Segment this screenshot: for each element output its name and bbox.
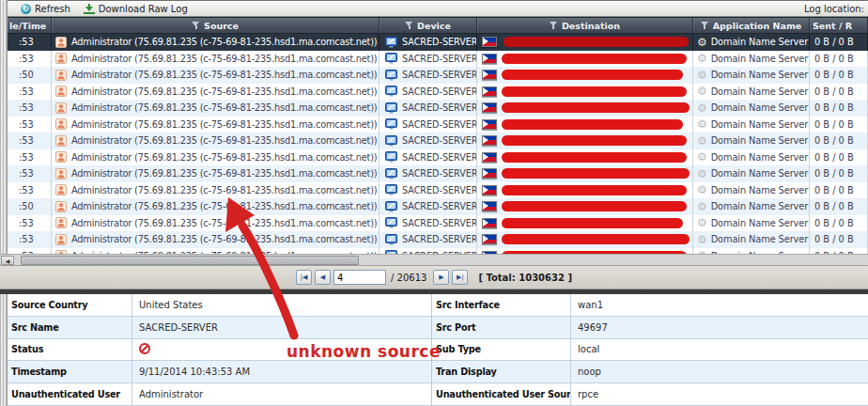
- detail-label: Src Interface: [432, 294, 571, 316]
- device-cell: SACRED-SERVER: [380, 133, 477, 149]
- last-page-button[interactable]: ▶|: [452, 270, 468, 285]
- sent-cell: 0 B / 0 B: [810, 117, 868, 133]
- redaction-scribble: [502, 135, 687, 146]
- download-icon: [84, 4, 95, 14]
- sent-cell: 0 B / 0 B: [810, 133, 868, 149]
- filter-icon[interactable]: [701, 22, 709, 29]
- blocked-status-icon: [139, 343, 150, 354]
- application-cell: ⚙ Domain Name Server: [693, 231, 810, 248]
- log-row[interactable]: :50 Administrator (75.69.81.235 (c-75-69…: [8, 198, 868, 215]
- device-icon: [385, 53, 397, 64]
- device-icon: [385, 184, 397, 195]
- refresh-button[interactable]: ↻ Refresh: [21, 4, 70, 14]
- detail-value: local: [571, 344, 868, 354]
- gear-icon: ⚙: [697, 53, 707, 64]
- download-raw-log-button[interactable]: Download Raw Log: [84, 4, 188, 14]
- device-icon: [385, 217, 397, 228]
- detail-row: Unauthenticated User Source rpce: [432, 383, 868, 406]
- redaction-scribble: [502, 86, 687, 97]
- device-cell: SACRED-SERVER: [380, 231, 477, 248]
- log-row[interactable]: :53 Administrator (75.69.81.235 (c-75-69…: [8, 149, 868, 166]
- detail-label: Unauthenticated User: [8, 383, 132, 405]
- philippines-flag-icon: [482, 234, 497, 244]
- application-cell: ⚙ Domain Name Server: [693, 198, 810, 215]
- time-cell: :53: [8, 84, 52, 101]
- redaction-scribble: [502, 201, 687, 211]
- page-count-label: / 20613: [391, 273, 426, 283]
- destination-cell: [477, 100, 693, 117]
- philippines-flag-icon: [482, 70, 497, 80]
- source-cell: Administrator (75.69.81.235 (c-75-69-81-…: [52, 198, 380, 215]
- scrollbar-thumb[interactable]: [21, 256, 359, 265]
- sent-cell: 0 B / 0 B: [810, 165, 868, 182]
- redaction-scribble: [502, 54, 687, 64]
- philippines-flag-icon: [482, 168, 497, 179]
- filter-icon[interactable]: [192, 22, 200, 29]
- gear-icon: ⚙: [697, 217, 707, 228]
- total-records-label: [ Total: 1030632 ]: [478, 273, 572, 283]
- application-cell: ⚙ Domain Name Server: [693, 117, 810, 133]
- detail-label: Src Port: [432, 317, 571, 338]
- device-cell: SACRED-SERVER: [380, 149, 477, 166]
- next-page-button[interactable]: ▶: [433, 270, 449, 285]
- application-cell: ⚙ Domain Name Server: [693, 165, 810, 182]
- log-row[interactable]: :53 Administrator (75.69.81.235 (c-75-69…: [8, 100, 868, 117]
- time-cell: :50: [8, 67, 52, 84]
- device-icon: [385, 234, 397, 245]
- column-header-datetime[interactable]: le/Time: [8, 18, 52, 33]
- horizontal-scrollbar[interactable]: ◀: [0, 254, 868, 266]
- sent-cell: 0 B / 0 B: [810, 198, 868, 215]
- application-cell: ⚙ Domain Name Server: [693, 84, 810, 101]
- user-icon: [55, 86, 67, 97]
- detail-value: Administrator: [132, 389, 431, 399]
- user-icon: [55, 135, 67, 147]
- column-header-sent-received[interactable]: Sent / R: [810, 18, 868, 33]
- device-icon: [385, 70, 397, 81]
- column-header-destination[interactable]: Destination: [477, 18, 693, 33]
- philippines-flag-icon: [482, 218, 497, 228]
- gear-icon: ⚙: [697, 151, 707, 163]
- grid-header: le/Time Source Device Destination Applic…: [8, 17, 868, 34]
- filter-icon[interactable]: [405, 22, 413, 29]
- detail-value: SACRED-SERVER: [132, 322, 431, 333]
- device-cell: SACRED-SERVER: [380, 67, 477, 84]
- log-row[interactable]: :53 Administrator (75.69.81.235 (c-75-69…: [8, 133, 868, 149]
- log-row[interactable]: :50 Administrator (75.69.81.235 (c-75-69…: [8, 67, 868, 84]
- user-icon: [55, 234, 67, 245]
- detail-label: Status: [8, 339, 132, 361]
- log-viewer-window: ↻ Refresh Download Raw Log Log location:…: [0, 0, 868, 406]
- log-row[interactable]: :53 Administrator (75.69.81.235 (c-75-69…: [8, 182, 868, 199]
- log-row[interactable]: :53 Administrator (75.69.81.235 (c-75-69…: [8, 84, 868, 101]
- log-table-body: :53 Administrator (75.69.81.235 (c-75-69…: [8, 34, 868, 254]
- application-cell: ⚙ Domain Name Server: [693, 67, 810, 84]
- user-icon: [55, 217, 67, 228]
- page-number-input[interactable]: [333, 270, 386, 285]
- redaction-scribble: [504, 37, 689, 47]
- filter-icon[interactable]: [550, 22, 558, 29]
- prev-page-button[interactable]: ◀: [315, 270, 331, 285]
- source-cell: Administrator (75.69.81.235 (c-75-69-81-…: [52, 34, 380, 51]
- log-row[interactable]: :53 Administrator (75.69.81.235 (c-75-69…: [8, 117, 868, 133]
- log-row[interactable]: :53 Administrator (75.69.81.235 (c-75-69…: [8, 215, 868, 232]
- log-row[interactable]: :53 Administrator (75.69.81.235 (c-75-69…: [8, 165, 868, 182]
- source-cell: Administrator (75.69.81.235 (c-75-69-81-…: [52, 149, 380, 166]
- destination-cell: [477, 51, 693, 68]
- destination-cell: [477, 215, 693, 232]
- first-page-button[interactable]: |◀: [296, 270, 312, 285]
- column-header-source[interactable]: Source: [52, 18, 380, 33]
- time-cell: :53: [8, 149, 52, 166]
- redaction-scribble: [502, 185, 687, 195]
- log-row[interactable]: :53 Administrator (75.69.81.235 (c-75-69…: [8, 231, 868, 248]
- application-cell: ⚙ Domain Name Server: [693, 182, 810, 199]
- source-cell: Administrator (75.69.81.235 (c-75-69-81-…: [52, 84, 380, 101]
- device-icon: [385, 151, 397, 163]
- column-header-device[interactable]: Device: [380, 18, 477, 33]
- column-header-application-name[interactable]: Application Name: [693, 18, 810, 33]
- detail-label: Sub Type: [432, 339, 571, 361]
- scroll-left-arrow-icon[interactable]: ◀: [1, 256, 14, 265]
- pagination-bar: |◀ ◀ / 20613 ▶ ▶| [ Total: 1030632 ]: [0, 266, 868, 289]
- log-row[interactable]: :53 Administrator (75.69.81.235 (c-75-69…: [8, 34, 868, 51]
- log-row[interactable]: :53 Administrator (75.69.81.235 (c-75-69…: [8, 51, 868, 68]
- detail-row: Timestamp 9/11/2014 10:43:53 AM: [8, 361, 431, 383]
- device-cell: SACRED-SERVER: [380, 198, 477, 215]
